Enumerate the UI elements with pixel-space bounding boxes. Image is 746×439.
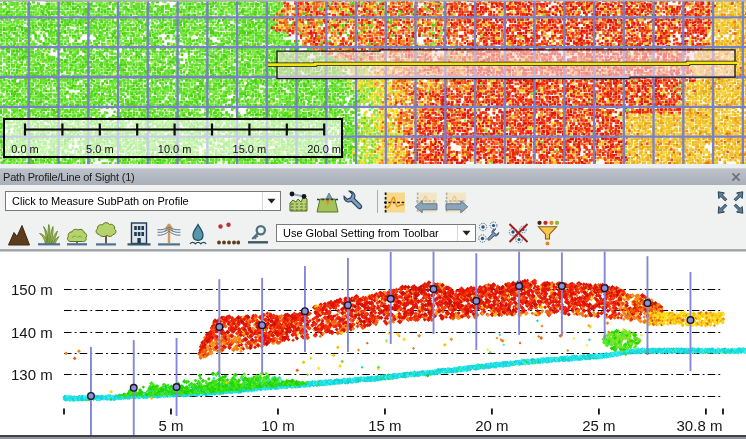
scale-label-0: 0.0 m [11, 143, 39, 155]
medium-vegetation-class-icon[interactable] [65, 222, 89, 246]
panel-header: Path Profile/Line of Sight (1) [0, 168, 746, 185]
profile-position-icon[interactable] [383, 192, 406, 213]
y-axis-tick-label: 150 m [11, 281, 53, 298]
noise-class-icon[interactable] [216, 222, 240, 245]
point-settings-icon[interactable] [478, 221, 501, 245]
expand-icon[interactable] [717, 190, 744, 215]
path-vertex-marker[interactable] [516, 283, 523, 290]
keypoint-class-icon[interactable] [245, 221, 270, 246]
low-vegetation-class-icon[interactable] [37, 222, 61, 246]
measure-mode-value: Click to Measure SubPath on Profile [6, 195, 262, 207]
class-setting-value: Use Global Setting from Toolbar [277, 227, 457, 239]
measure-mode-combobox[interactable]: Click to Measure SubPath on Profile [5, 191, 281, 211]
profile-chart-overlay [0, 250, 746, 435]
path-vertex-marker[interactable] [345, 302, 352, 309]
map-scale-bar: 0.0 m 5.0 m 10.0 m 15.0 m 20.0 m [3, 118, 343, 158]
building-class-icon[interactable] [127, 221, 151, 246]
scale-label-15: 15.0 m [233, 143, 267, 155]
chevron-down-icon[interactable] [457, 225, 475, 241]
ground-class-icon[interactable] [8, 222, 32, 246]
y-axis-tick-label: 140 m [11, 323, 53, 340]
wrench-icon[interactable] [343, 190, 366, 213]
water-class-icon[interactable] [186, 221, 210, 246]
path-vertex-marker[interactable] [88, 393, 95, 400]
panel-title: Path Profile/Line of Sight (1) [3, 171, 135, 183]
x-axis-tick-label: 15 m [368, 417, 401, 434]
path-vertex-marker[interactable] [644, 300, 651, 307]
x-axis-tick-label: 25 m [582, 417, 615, 434]
profile-toolbar: Click to Measure SubPath on Profile [0, 185, 746, 250]
path-vertex-marker[interactable] [601, 285, 608, 292]
path-vertex-marker[interactable] [387, 295, 394, 302]
x-axis-tick-label: 30.8 m [677, 417, 723, 434]
y-axis-tick-label: 130 m [11, 366, 53, 383]
next-segment-icon[interactable] [444, 192, 469, 214]
powerline-class-icon[interactable] [157, 221, 181, 246]
path-profile-window: 0.0 m 5.0 m 10.0 m 15.0 m 20.0 m Path Pr… [0, 0, 746, 439]
path-vertex-marker[interactable] [302, 308, 309, 315]
path-vertex-marker[interactable] [173, 384, 180, 391]
high-vegetation-class-icon[interactable] [93, 221, 119, 246]
path-vertex-marker[interactable] [259, 322, 266, 329]
x-axis-tick-label: 20 m [475, 417, 508, 434]
path-vertex-marker[interactable] [430, 286, 437, 293]
window-bottom-edge [0, 435, 746, 439]
close-icon[interactable] [729, 170, 743, 184]
scale-label-10: 10.0 m [158, 143, 192, 155]
path-vertex-marker[interactable] [216, 324, 223, 331]
class-setting-combobox[interactable]: Use Global Setting from Toolbar [276, 224, 476, 242]
measure-subpath-icon[interactable] [289, 191, 311, 213]
x-axis-tick-label: 5 m [158, 417, 183, 434]
chevron-down-icon[interactable] [262, 192, 280, 210]
class-filter-icon[interactable] [536, 220, 559, 246]
scale-label-5: 5.0 m [86, 143, 114, 155]
path-vertex-marker[interactable] [559, 283, 566, 290]
clear-points-icon[interactable] [507, 221, 530, 245]
terrain-profile-icon[interactable] [316, 191, 339, 213]
path-vertex-marker[interactable] [473, 298, 480, 305]
toolbar-separator [377, 190, 378, 213]
profile-chart[interactable]: 150 m140 m130 m 5 m10 m15 m20 m25 m30.8 … [0, 250, 746, 435]
scale-label-20: 20.0 m [307, 143, 341, 155]
path-vertex-marker[interactable] [130, 385, 137, 392]
previous-segment-icon[interactable] [414, 192, 439, 214]
map-view[interactable]: 0.0 m 5.0 m 10.0 m 15.0 m 20.0 m [0, 0, 746, 164]
path-vertex-marker[interactable] [687, 317, 694, 324]
x-axis-tick-label: 10 m [261, 417, 294, 434]
